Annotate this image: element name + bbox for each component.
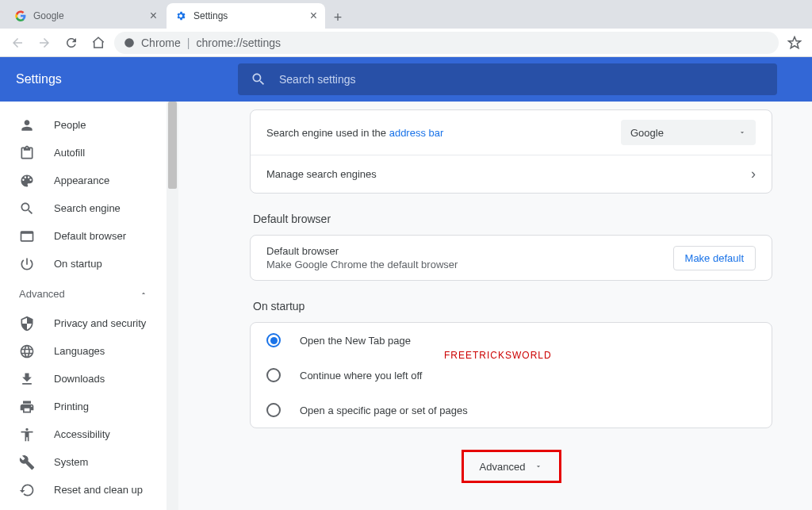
tab-label: Settings <box>193 10 228 21</box>
sidebar-item-label: Downloads <box>54 373 105 385</box>
sidebar-item-label: Privacy and security <box>54 317 146 329</box>
person-icon <box>19 117 35 133</box>
wrench-icon <box>19 454 35 470</box>
tab-label: Google <box>33 10 64 21</box>
search-engine-card: Search engine used in the address bar Go… <box>250 109 772 194</box>
sidebar-item-languages[interactable]: Languages <box>0 337 167 365</box>
sidebar-item-label: Accessibility <box>54 428 110 440</box>
accessibility-icon <box>19 427 35 443</box>
bookmark-button[interactable] <box>783 32 806 54</box>
restore-icon <box>19 482 35 498</box>
print-icon <box>19 399 35 415</box>
advanced-toggle-button[interactable]: Advanced <box>468 452 555 481</box>
radio-button[interactable] <box>266 368 281 382</box>
sidebar-item-people[interactable]: People <box>0 111 167 139</box>
scrollbar-thumb[interactable] <box>168 102 177 189</box>
manage-search-engines-row[interactable]: Manage search engines › <box>251 155 772 193</box>
url-separator: | <box>187 36 190 49</box>
sidebar-item-downloads[interactable]: Downloads <box>0 365 167 393</box>
chevron-right-icon: › <box>751 166 756 182</box>
search-engine-prefix: Search engine used in the <box>266 127 389 139</box>
search-settings[interactable] <box>238 63 777 95</box>
sidebar-item-label: Printing <box>54 401 89 412</box>
radio-button[interactable] <box>266 403 281 417</box>
watermark-text: FREETRICKSWORLD <box>444 350 552 361</box>
settings-favicon <box>174 10 187 22</box>
on-startup-title: On startup <box>253 300 772 313</box>
chevron-up-icon <box>140 290 147 297</box>
search-engine-row: Search engine used in the address bar Go… <box>251 110 772 155</box>
select-value: Google <box>630 127 664 139</box>
search-icon <box>19 201 35 217</box>
settings-sidebar: People Autofill Appearance Search engine… <box>0 102 167 510</box>
palette-icon <box>19 173 35 189</box>
sidebar-item-label: Reset and clean up <box>54 484 143 496</box>
search-input[interactable] <box>279 73 764 86</box>
home-button[interactable] <box>87 32 109 54</box>
search-engine-select[interactable]: Google <box>621 120 756 145</box>
manage-label: Manage search engines <box>266 168 751 180</box>
sidebar-item-privacy[interactable]: Privacy and security <box>0 309 167 337</box>
sidebar-section-label: Advanced <box>19 288 65 300</box>
row-subtitle: Make Google Chrome the default browser <box>266 259 673 270</box>
sidebar-item-search-engine[interactable]: Search engine <box>0 194 167 222</box>
address-bar[interactable]: Chrome | chrome://settings <box>114 32 779 54</box>
settings-main: Search engine used in the address bar Go… <box>178 102 812 510</box>
download-icon <box>19 371 35 387</box>
radio-label: Continue where you left off <box>300 370 422 382</box>
close-icon[interactable]: × <box>310 9 317 23</box>
sidebar-item-label: People <box>54 119 86 131</box>
sidebar-item-label: Languages <box>54 345 105 357</box>
startup-option-specific[interactable]: Open a specific page or set of pages <box>251 393 772 428</box>
back-button[interactable] <box>6 32 29 54</box>
chevron-down-icon <box>738 128 746 136</box>
tab-google[interactable]: Google × <box>6 3 165 29</box>
radio-label: Open a specific page or set of pages <box>300 405 468 416</box>
settings-header: Settings <box>0 57 812 102</box>
sidebar-item-label: On startup <box>54 258 102 270</box>
tab-strip: Google × Settings × + <box>0 0 812 29</box>
browser-icon <box>19 228 35 244</box>
sidebar-item-reset[interactable]: Reset and clean up <box>0 476 167 504</box>
globe-icon <box>19 343 35 359</box>
search-icon <box>251 71 266 87</box>
sidebar-section-advanced[interactable]: Advanced <box>0 278 167 309</box>
sidebar-item-default-browser[interactable]: Default browser <box>0 222 167 250</box>
make-default-button[interactable]: Make default <box>673 246 756 270</box>
close-icon[interactable]: × <box>150 9 157 23</box>
url-host: Chrome <box>141 36 181 49</box>
row-title: Default browser <box>266 245 673 257</box>
forward-button[interactable] <box>33 32 56 54</box>
default-browser-card: Default browser Make Google Chrome the d… <box>250 235 772 281</box>
sidebar-item-autofill[interactable]: Autofill <box>0 139 167 167</box>
sidebar-item-appearance[interactable]: Appearance <box>0 167 167 194</box>
site-info-icon <box>124 37 135 48</box>
radio-label: Open the New Tab page <box>300 335 411 347</box>
google-favicon <box>14 10 27 22</box>
sidebar-scrollbar[interactable] <box>167 102 178 510</box>
sidebar-item-label: Search engine <box>54 202 121 214</box>
browser-toolbar: Chrome | chrome://settings <box>0 29 812 57</box>
default-browser-title: Default browser <box>253 213 772 225</box>
radio-button[interactable] <box>266 333 281 347</box>
reload-button[interactable] <box>60 32 82 54</box>
sidebar-item-label: Autofill <box>54 147 85 159</box>
default-browser-row: Default browser Make Google Chrome the d… <box>251 236 772 280</box>
page-title: Settings <box>16 72 238 86</box>
startup-option-continue[interactable]: Continue where you left off <box>251 358 772 393</box>
clipboard-icon <box>19 145 35 161</box>
sidebar-item-on-startup[interactable]: On startup <box>0 250 167 278</box>
annotation-highlight <box>462 450 561 483</box>
url-path: chrome://settings <box>196 36 281 49</box>
address-bar-link[interactable]: address bar <box>389 127 444 139</box>
svg-point-0 <box>124 38 134 48</box>
sidebar-item-label: System <box>54 456 88 468</box>
on-startup-card: Open the New Tab page Continue where you… <box>250 322 772 428</box>
sidebar-item-label: Default browser <box>54 230 126 242</box>
tab-settings[interactable]: Settings × <box>167 3 325 29</box>
power-icon <box>19 256 35 272</box>
sidebar-item-accessibility[interactable]: Accessibility <box>0 420 167 448</box>
new-tab-button[interactable]: + <box>327 6 349 29</box>
sidebar-item-system[interactable]: System <box>0 448 167 476</box>
sidebar-item-printing[interactable]: Printing <box>0 393 167 420</box>
